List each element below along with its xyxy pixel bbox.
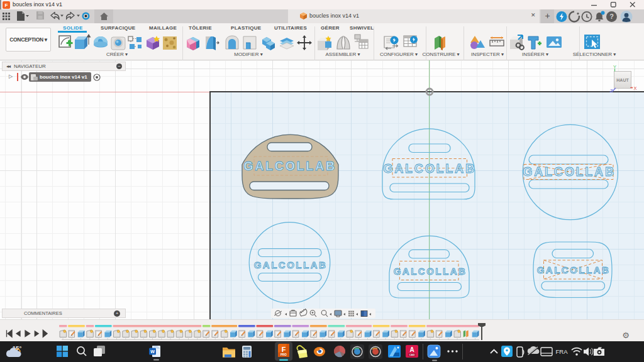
svg-text:GALCOLLAB: GALCOLLAB [243,159,336,173]
svg-text:X: X [633,85,636,91]
svg-text:⚙: ⚙ [622,331,630,340]
svg-text:GALCOLLAB: GALCOLLAB [394,266,467,277]
svg-text:F: F [282,346,286,353]
svg-text:Y: Y [613,64,616,70]
svg-text:A: A [409,346,414,353]
svg-text:PRO: PRO [280,353,287,356]
svg-text:GALCOLLAB: GALCOLLAB [383,162,476,175]
svg-text:w: w [150,348,155,354]
svg-text:GALCOLLAB: GALCOLLAB [537,265,611,275]
svg-text:FRA: FRA [556,348,569,355]
svg-text:F: F [5,3,8,8]
svg-text:CAD: CAD [409,353,415,356]
svg-text:Z: Z [610,88,613,94]
svg-text:?: ? [609,13,614,20]
svg-text:GALCOLLAB: GALCOLLAB [523,165,616,178]
svg-text:GALCOLLAB: GALCOLLAB [254,260,328,270]
